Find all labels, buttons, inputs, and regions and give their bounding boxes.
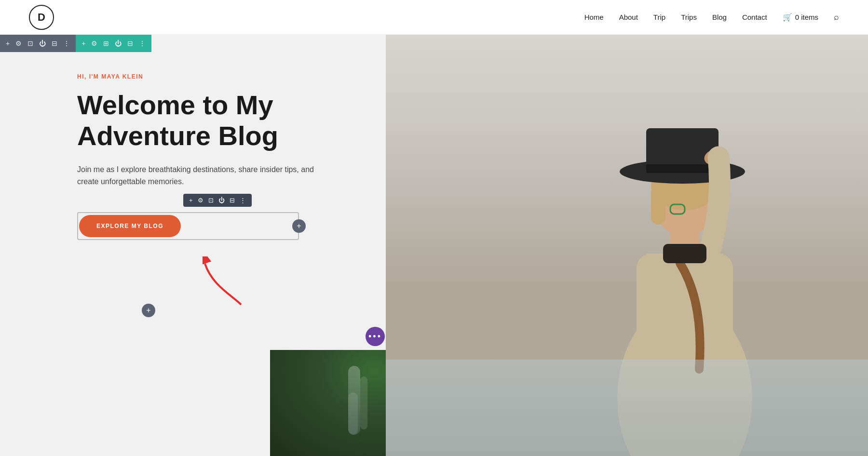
btn-toolbar-settings-icon[interactable]: ⚙ [198, 197, 203, 204]
add-below-section[interactable]: + [142, 304, 155, 317]
toolbar-more-icon[interactable]: ⋮ [63, 40, 70, 47]
main-content: HI, I'M MAYA KLEIN Welcome to My Adventu… [0, 35, 868, 456]
nav-trip[interactable]: Trip [653, 13, 665, 21]
purple-dots-icon: ••• [368, 332, 382, 342]
cart-icon: 🛒 [783, 13, 792, 22]
toolbar-power-icon[interactable]: ⏻ [39, 40, 46, 47]
toolbar-teal: + ⚙ ⊞ ⏻ ⊟ ⋮ [76, 35, 151, 52]
btn-toolbar-power-icon[interactable]: ⏻ [218, 197, 225, 204]
editor-toolbar-row: + ⚙ ⊡ ⏻ ⊟ ⋮ + ⚙ ⊞ ⏻ ⊟ ⋮ [0, 35, 151, 52]
toolbar-teal-delete-icon[interactable]: ⊟ [127, 40, 133, 47]
toolbar-duplicate-icon[interactable]: ⊡ [27, 40, 33, 47]
add-after-button[interactable]: + [292, 219, 306, 233]
right-panel [386, 35, 868, 456]
btn-toolbar-duplicate-icon[interactable]: ⊡ [208, 197, 214, 204]
toolbar-add-icon[interactable]: + [6, 40, 10, 47]
svg-rect-15 [663, 244, 706, 263]
toolbar-teal-more-icon[interactable]: ⋮ [139, 40, 146, 47]
purple-dots-button[interactable]: ••• [366, 327, 385, 346]
nav-about[interactable]: About [619, 13, 638, 21]
button-toolbar: + ⚙ ⊡ ⏻ ⊟ ⋮ [183, 194, 252, 207]
editor-arrow [203, 256, 260, 309]
header: D Home About Trip Trips Blog Contact 🛒 0… [0, 0, 868, 35]
toolbar-teal-power-icon[interactable]: ⏻ [115, 40, 122, 47]
hero-title-line2: Adventure Blog [77, 121, 278, 151]
left-panel: HI, I'M MAYA KLEIN Welcome to My Adventu… [0, 35, 386, 456]
btn-toolbar-delete-icon[interactable]: ⊟ [230, 197, 235, 204]
nav-contact[interactable]: Contact [742, 13, 767, 21]
nav-home[interactable]: Home [584, 13, 604, 21]
toolbar-teal-grid-icon[interactable]: ⊞ [103, 40, 109, 47]
toolbar-gray: + ⚙ ⊡ ⏻ ⊟ ⋮ [0, 35, 76, 52]
toolbar-teal-add-icon[interactable]: + [81, 40, 85, 47]
hero-title: Welcome to My Adventure Blog [77, 90, 347, 152]
svg-rect-9 [646, 164, 719, 173]
logo[interactable]: D [29, 5, 54, 30]
toolbar-delete-icon[interactable]: ⊟ [52, 40, 57, 47]
logo-letter: D [38, 11, 45, 24]
button-area: + ⚙ ⊡ ⏻ ⊟ ⋮ EXPLORE MY BLOG + [77, 212, 347, 240]
nav-blog[interactable]: Blog [712, 13, 727, 21]
svg-rect-6 [651, 186, 665, 225]
btn-toolbar-add-icon[interactable]: + [189, 197, 193, 204]
cart-count: 0 items [795, 13, 818, 21]
btn-toolbar-more-icon[interactable]: ⋮ [240, 197, 246, 204]
search-icon[interactable]: ⌕ [834, 12, 839, 22]
hero-description: Join me as I explore breathtaking destin… [77, 163, 328, 188]
explore-blog-button[interactable]: EXPLORE MY BLOG [79, 215, 181, 237]
button-outline-box: EXPLORE MY BLOG [77, 212, 299, 240]
hero-photo [386, 35, 868, 456]
nav-trips[interactable]: Trips [681, 13, 697, 21]
toolbar-settings-icon[interactable]: ⚙ [15, 40, 22, 47]
hero-subtitle: HI, I'M MAYA KLEIN [77, 73, 347, 80]
hero-title-line1: Welcome to My [77, 90, 273, 120]
main-nav: Home About Trip Trips Blog Contact 🛒 0 i… [584, 12, 839, 22]
toolbar-teal-settings-icon[interactable]: ⚙ [91, 40, 97, 47]
cart-button[interactable]: 🛒 0 items [783, 13, 818, 22]
